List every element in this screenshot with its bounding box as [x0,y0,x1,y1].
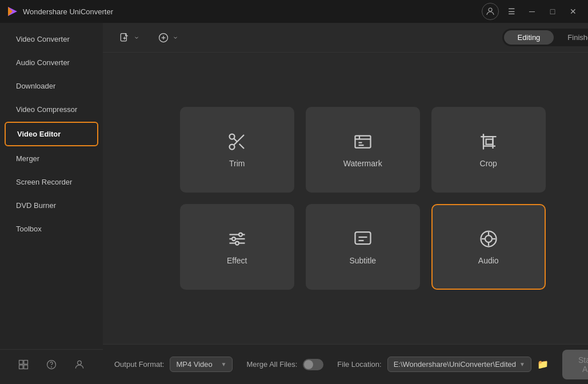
toolbar: Editing Finished [103,23,588,53]
user-account-icon[interactable] [482,3,499,20]
tile-crop-label: Crop [480,159,497,168]
sidebar-item-dvd-burner[interactable]: DVD Burner [5,194,98,217]
maximize-button[interactable]: □ [545,3,561,19]
editor-grid: Trim Watermark [180,107,546,290]
watermark-icon [353,131,373,152]
sidebar-item-video-editor[interactable]: Video Editor [5,122,98,146]
start-all-button[interactable]: Start All [562,350,588,379]
svg-rect-6 [23,365,27,369]
sidebar-item-video-converter[interactable]: Video Converter [5,28,98,50]
minimize-button[interactable]: ─ [524,3,540,19]
chevron-down-icon-2 [173,35,178,41]
titlebar-left: Wondershare UniConverter [7,6,113,17]
tile-audio[interactable]: Audio [431,204,546,290]
toggle-knob [304,360,313,369]
tile-subtitle-label: Subtitle [349,256,376,265]
sidebar-bottom [0,349,103,379]
scissors-icon [227,131,247,152]
svg-line-15 [239,144,243,149]
tile-trim-label: Trim [229,159,245,168]
tile-subtitle[interactable]: Subtitle [306,204,420,290]
tile-trim[interactable]: Trim [180,107,294,193]
svg-point-13 [229,145,234,150]
tile-watermark[interactable]: Watermark [306,107,420,193]
file-location-field: File Location: E:\Wondershare\UniConvert… [337,357,549,372]
help-icon[interactable] [43,357,59,373]
tile-audio-label: Audio [478,256,499,265]
tile-crop[interactable]: Crop [431,107,546,193]
output-format-value: MP4 Video [176,360,212,369]
svg-point-12 [229,134,234,139]
layout-icon[interactable] [15,357,31,373]
close-button[interactable]: ✕ [565,3,581,19]
tile-effect[interactable]: Effect [180,204,294,290]
editor-area: Trim Watermark [103,53,588,344]
app-logo [7,6,18,17]
crop-icon [478,131,499,152]
sidebar-item-merger[interactable]: Merger [5,147,98,170]
sidebar-item-screen-recorder[interactable]: Screen Recorder [5,171,98,193]
chevron-down-icon [134,35,139,41]
file-location-label: File Location: [337,360,381,369]
content-area: Editing Finished Trim [103,23,588,384]
bottom-bar: Output Format: MP4 Video ▼ Merge All Fil… [103,344,588,384]
output-format-label: Output Format: [114,360,164,369]
sidebar-item-video-compressor[interactable]: Video Compressor [5,98,98,121]
add-file-icon [119,32,130,43]
add-media-button[interactable] [153,29,183,47]
titlebar: Wondershare UniConverter ☰ ─ □ ✕ [0,0,588,23]
sidebar-item-toolbox[interactable]: Toolbox [5,218,98,240]
svg-rect-17 [355,136,370,148]
main-layout: Video Converter Audio Converter Download… [0,23,588,384]
tab-finished[interactable]: Finished [554,30,588,45]
menu-button[interactable]: ☰ [503,3,519,19]
file-location-arrow: ▼ [519,361,525,367]
effect-icon [227,229,247,249]
app-title: Wondershare UniConverter [23,7,113,16]
svg-point-24 [239,233,242,237]
tab-group: Editing Finished [502,29,588,46]
svg-point-8 [51,367,52,367]
merge-toggle[interactable] [303,359,323,370]
svg-point-2 [489,8,492,11]
audio-icon [478,229,499,249]
svg-point-9 [78,361,82,365]
account-icon[interactable] [71,357,87,373]
svg-rect-26 [355,232,370,244]
merge-all-label: Merge All Files: [246,360,297,369]
add-circle-icon [158,32,169,43]
sidebar-item-downloader[interactable]: Downloader [5,75,98,97]
tile-watermark-label: Watermark [343,159,382,168]
tab-editing[interactable]: Editing [504,30,554,45]
file-location-dropdown[interactable]: E:\Wondershare\UniConverter\Edited ▼ [387,357,531,372]
output-format-field: Output Format: MP4 Video ▼ [114,357,233,372]
svg-point-25 [235,242,239,245]
svg-line-16 [234,138,237,142]
toolbar-left [114,29,183,47]
svg-rect-3 [19,361,23,365]
sidebar: Video Converter Audio Converter Download… [0,23,103,384]
file-location-value: E:\Wondershare\UniConverter\Edited [394,360,516,369]
folder-browse-icon[interactable]: 📁 [537,359,549,370]
subtitle-icon [353,229,373,249]
tile-effect-label: Effect [227,256,247,265]
svg-point-23 [232,237,235,241]
merge-all-field: Merge All Files: [246,359,323,370]
output-format-dropdown[interactable]: MP4 Video ▼ [170,357,233,372]
output-format-arrow: ▼ [221,361,227,367]
svg-rect-5 [19,365,23,369]
svg-rect-4 [23,361,27,365]
add-file-button[interactable] [114,29,144,47]
svg-point-30 [485,235,492,242]
sidebar-item-audio-converter[interactable]: Audio Converter [5,51,98,74]
